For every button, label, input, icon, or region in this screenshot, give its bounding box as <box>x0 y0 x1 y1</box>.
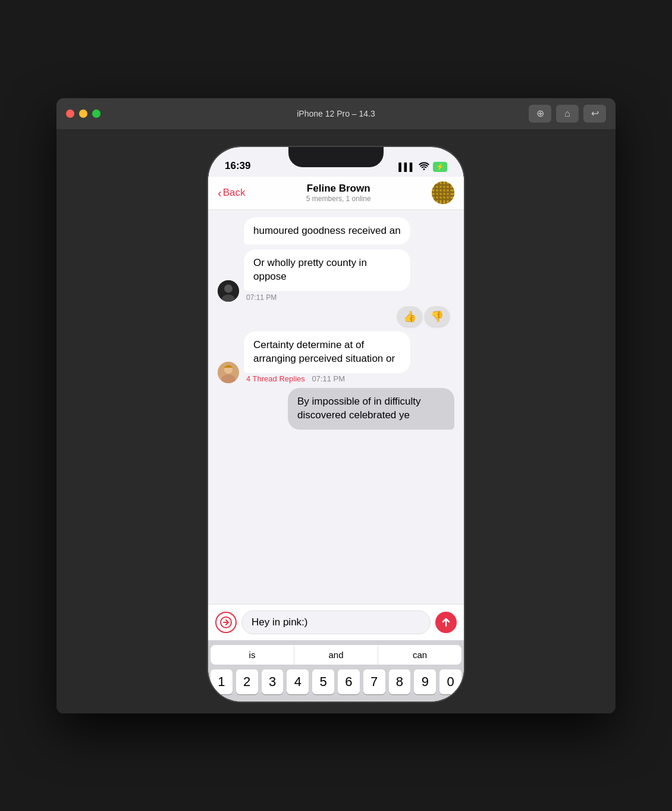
message-row: Or wholly pretty county in oppose 07:11 … <box>218 249 454 302</box>
phone-container: 16:39 ▌▌▌ ⚡ <box>56 129 616 713</box>
back-chevron-icon: ‹ <box>218 186 222 200</box>
signal-icon: ▌▌▌ <box>398 162 415 171</box>
thumbs-down-reaction[interactable]: 👎 <box>425 306 450 327</box>
message-text: Or wholly pretty county in oppose <box>253 257 367 282</box>
screenshot-button[interactable]: ⊕ <box>529 105 551 123</box>
home-button[interactable]: ⌂ <box>556 105 579 123</box>
key-2[interactable]: 2 <box>236 669 258 694</box>
avatar-image <box>218 362 239 383</box>
key-8[interactable]: 8 <box>389 669 411 694</box>
chat-area: humoured goodness received an <box>208 210 464 604</box>
key-3[interactable]: 3 <box>262 669 284 694</box>
reaction-bar: 👍 👎 <box>218 306 450 327</box>
back-label: Back <box>223 187 246 199</box>
group-avatar[interactable] <box>432 181 454 204</box>
mac-window: iPhone 12 Pro – 14.3 ⊕ ⌂ ↩ 16:39 ▌▌▌ <box>56 98 616 713</box>
message-bubble[interactable]: Certainty determine at of arranging perc… <box>244 331 410 373</box>
message-row: humoured goodness received an <box>218 217 454 245</box>
message-text: humoured goodness received an <box>253 225 401 236</box>
thread-time: 07:11 PM <box>312 374 345 383</box>
message-bubble[interactable]: By impossible of in difficulty discovere… <box>288 388 454 430</box>
keyboard-suggestions: is and can <box>211 645 461 665</box>
key-7[interactable]: 7 <box>363 669 385 694</box>
window-title: iPhone 12 Pro – 14.3 <box>297 109 375 118</box>
key-5[interactable]: 5 <box>312 669 334 694</box>
group-avatar-image <box>432 181 454 204</box>
message-text: By impossible of in difficulty discovere… <box>297 396 421 421</box>
message-bubble[interactable]: humoured goodness received an <box>244 217 410 245</box>
nav-center: Feline Brown 5 members, 1 online <box>245 183 432 203</box>
message-input[interactable] <box>252 616 420 628</box>
thread-replies-count: 4 Thread Replies <box>246 374 305 383</box>
key-4[interactable]: 4 <box>287 669 309 694</box>
keyboard-number-row: 1 2 3 4 5 6 7 8 9 0 <box>211 669 461 694</box>
key-0[interactable]: 0 <box>439 669 461 694</box>
chat-subtitle: 5 members, 1 online <box>245 195 432 203</box>
input-area <box>208 604 464 640</box>
send-button[interactable] <box>435 612 457 633</box>
fullscreen-button[interactable] <box>92 109 101 118</box>
svg-point-12 <box>224 284 233 293</box>
suggestion-is[interactable]: is <box>211 645 294 665</box>
suggestion-can[interactable]: can <box>378 645 461 665</box>
message-row: By impossible of in difficulty discovere… <box>218 388 454 430</box>
message-bubble[interactable]: Or wholly pretty county in oppose <box>244 249 410 291</box>
rotate-button[interactable]: ↩ <box>583 105 606 123</box>
sender-avatar <box>218 362 239 383</box>
bubble-group: Or wholly pretty county in oppose 07:11 … <box>244 249 410 302</box>
bubble-group: Certainty determine at of arranging perc… <box>244 331 410 383</box>
status-icons: ▌▌▌ ⚡ <box>398 162 447 172</box>
message-input-wrap <box>241 610 431 634</box>
mac-titlebar: iPhone 12 Pro – 14.3 ⊕ ⌂ ↩ <box>56 98 616 129</box>
message-text: Certainty determine at of arranging perc… <box>253 339 395 364</box>
mac-controls: ⊕ ⌂ ↩ <box>529 105 606 123</box>
back-button[interactable]: ‹ Back <box>218 186 245 200</box>
message-row: Certainty determine at of arranging perc… <box>218 331 454 383</box>
wifi-icon <box>419 162 429 172</box>
status-time: 16:39 <box>225 160 250 172</box>
expand-button[interactable] <box>215 612 237 633</box>
suggestion-and[interactable]: and <box>294 645 378 665</box>
notch <box>288 147 384 167</box>
key-9[interactable]: 9 <box>414 669 436 694</box>
bubble-group: By impossible of in difficulty discovere… <box>288 388 454 430</box>
keyboard: is and can 1 2 3 4 5 6 7 8 9 <box>208 640 464 702</box>
battery-icon: ⚡ <box>433 162 447 172</box>
nav-bar: ‹ Back Feline Brown 5 members, 1 online <box>208 177 464 210</box>
bubble-group: humoured goodness received an <box>244 217 410 245</box>
thumbs-up-reaction[interactable]: 👍 <box>397 306 422 327</box>
thread-replies[interactable]: 4 Thread Replies 07:11 PM <box>244 374 410 383</box>
minimize-button[interactable] <box>79 109 87 118</box>
chat-title: Feline Brown <box>245 183 432 195</box>
avatar-image <box>218 280 239 302</box>
phone-screen: 16:39 ▌▌▌ ⚡ <box>208 147 464 702</box>
key-1[interactable]: 1 <box>211 669 233 694</box>
phone-frame: 16:39 ▌▌▌ ⚡ <box>208 147 464 702</box>
close-button[interactable] <box>66 109 74 118</box>
key-6[interactable]: 6 <box>338 669 360 694</box>
message-time: 07:11 PM <box>244 293 410 302</box>
sender-avatar <box>218 280 239 302</box>
